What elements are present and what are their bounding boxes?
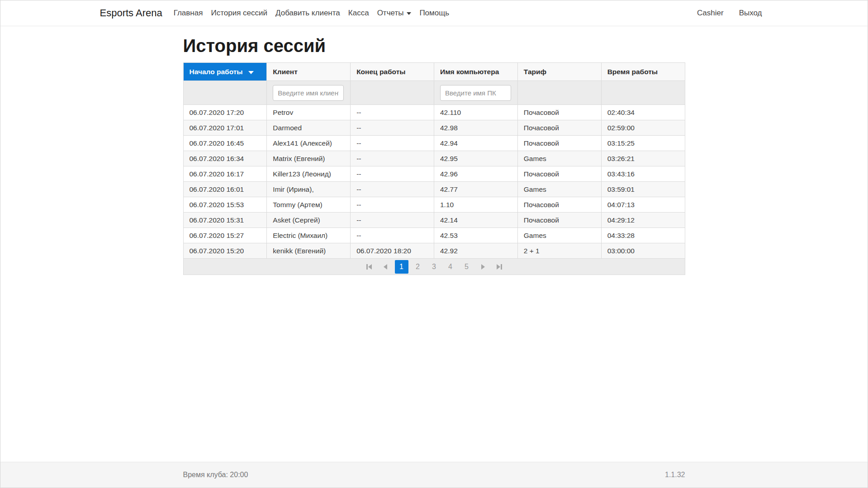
page-button-1[interactable]: 1 [395,260,408,274]
filter-cell-pc [434,81,517,105]
column-header-end[interactable]: Конец работы [351,63,434,81]
cell-start: 06.07.2020 16:45 [183,136,267,151]
table-row[interactable]: 06.07.2020 15:53Tommy (Артем)--1.10Почас… [183,197,685,213]
navbar-inner: Esports Arena ГлавнаяИстория сессийДобав… [100,7,768,19]
nav-item-3[interactable]: Касса [344,9,373,18]
table-row[interactable]: 06.07.2020 17:01Darmoed--42.98Почасовой0… [183,120,685,136]
cell-tariff: Games [517,151,601,166]
pager-last-button[interactable] [491,260,508,274]
filter-cell-tariff [517,81,601,105]
cell-pc: 42.96 [434,166,517,182]
pager-prev-button[interactable] [377,260,394,274]
cell-pc: 42.98 [434,120,517,136]
column-header-start[interactable]: Начало работы [183,63,267,81]
main-container: История сессий Начало работы Клиент Коне… [183,36,685,275]
cell-duration: 04:07:13 [601,197,685,213]
table-row[interactable]: 06.07.2020 17:20Petrov--42.110Почасовой0… [183,105,685,120]
cell-duration: 03:26:21 [601,151,685,166]
cell-tariff: Games [517,182,601,197]
filter-cell-client [267,81,351,105]
table-body: 06.07.2020 17:20Petrov--42.110Почасовой0… [183,105,685,259]
cell-start: 06.07.2020 17:20 [183,105,267,120]
nav-right-item-1[interactable]: Выход [739,9,762,18]
sort-desc-icon [248,71,254,74]
filter-cell-start [183,81,267,105]
cell-duration: 03:59:01 [601,182,685,197]
cell-start: 06.07.2020 16:34 [183,151,267,166]
cell-start: 06.07.2020 15:27 [183,228,267,243]
table-header: Начало работы Клиент Конец работы Имя ко… [183,63,685,105]
table-row[interactable]: 06.07.2020 15:31Asket (Сергей)--42.14Поч… [183,213,685,228]
cell-tariff: Почасовой [517,166,601,182]
brand-logo[interactable]: Esports Arena [100,7,162,19]
table-row[interactable]: 06.07.2020 16:34Matrix (Евгений)--42.95G… [183,151,685,166]
page-button-2[interactable]: 2 [411,260,425,274]
cell-pc: 42.92 [434,243,517,259]
cell-pc: 42.53 [434,228,517,243]
cell-end: -- [351,166,434,182]
cell-tariff: Почасовой [517,120,601,136]
cell-end: -- [351,197,434,213]
nav-right-item-0[interactable]: Cashier [697,9,724,18]
cell-pc: 42.94 [434,136,517,151]
arrow-prev-icon [384,264,387,270]
status-bar: Время клуба: 20:00 1.1.32 [0,462,868,488]
cell-start: 06.07.2020 15:31 [183,213,267,228]
cell-start: 06.07.2020 15:20 [183,243,267,259]
cell-client: Petrov [267,105,351,120]
status-bar-inner: Время клуба: 20:00 1.1.32 [183,462,685,488]
pager-next-button[interactable] [475,260,491,274]
client-filter-input[interactable] [273,85,344,101]
version-label: 1.1.32 [665,471,685,479]
cell-client: kenikk (Евгений) [267,243,351,259]
nav-item-0[interactable]: Главная [170,9,207,18]
pc-filter-input[interactable] [440,85,511,101]
cell-tariff: 2 + 1 [517,243,601,259]
arrow-next-icon [481,264,485,270]
table-row[interactable]: 06.07.2020 15:27Electric (Михаил)--42.53… [183,228,685,243]
cell-duration: 04:29:12 [601,213,685,228]
nav-links: ГлавнаяИстория сессийДобавить клиентаКас… [170,9,453,18]
page-title: История сессий [183,36,685,56]
cell-pc: 42.77 [434,182,517,197]
cell-end: 06.07.2020 18:20 [351,243,434,259]
cell-client: Electric (Михаил) [267,228,351,243]
column-header-label: Начало работы [190,68,243,76]
cell-client: Matrix (Евгений) [267,151,351,166]
cell-client: Killer123 (Леонид) [267,166,351,182]
cell-client: Alex141 (Алексей) [267,136,351,151]
table-row[interactable]: 06.07.2020 16:17Killer123 (Леонид)--42.9… [183,166,685,182]
app-window: Esports Arena ГлавнаяИстория сессийДобав… [0,0,868,488]
nav-item-2[interactable]: Добавить клиента [271,9,344,18]
chevron-down-icon [407,12,411,15]
column-header-client[interactable]: Клиент [267,63,351,81]
column-header-duration[interactable]: Время работы [601,63,685,81]
cell-end: -- [351,136,434,151]
cell-start: 06.07.2020 16:01 [183,182,267,197]
table-row[interactable]: 06.07.2020 16:01Imir (Ирина),--42.77Game… [183,182,685,197]
cell-client: Tommy (Артем) [267,197,351,213]
cell-duration: 03:00:00 [601,243,685,259]
page-button-3[interactable]: 3 [427,260,441,274]
nav-item-1[interactable]: История сессий [207,9,271,18]
page-button-5[interactable]: 5 [460,260,474,274]
table-row[interactable]: 06.07.2020 15:20kenikk (Евгений)06.07.20… [183,243,685,259]
cell-client: Darmoed [267,120,351,136]
nav-right: CashierВыход [697,9,768,18]
cell-tariff: Почасовой [517,197,601,213]
column-header-pc[interactable]: Имя компьютера [434,63,517,81]
cell-pc: 42.110 [434,105,517,120]
club-time-label: Время клуба: 20:00 [183,471,248,479]
table-row[interactable]: 06.07.2020 16:45Alex141 (Алексей)--42.94… [183,136,685,151]
pager-first-button[interactable] [361,260,377,274]
cell-pc: 42.14 [434,213,517,228]
nav-item-4[interactable]: Отчеты [373,9,416,18]
page-button-4[interactable]: 4 [444,260,457,274]
nav-item-5[interactable]: Помощь [415,9,453,18]
pager-row: 12345 [183,259,685,275]
cell-tariff: Почасовой [517,105,601,120]
pager: 12345 [184,259,685,275]
column-header-tariff[interactable]: Тариф [517,63,601,81]
cell-end: -- [351,105,434,120]
pager-cell: 12345 [183,259,685,275]
